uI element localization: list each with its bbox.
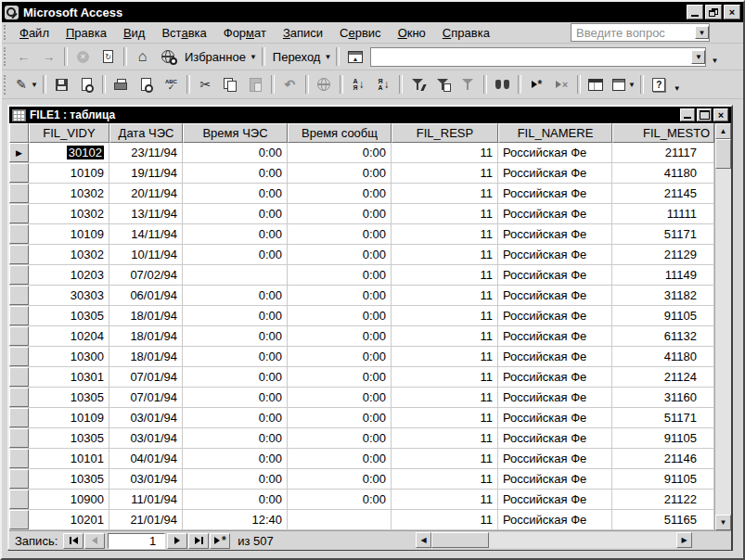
- table-cell[interactable]: 11: [392, 306, 498, 325]
- column-header-Время сообщ[interactable]: Время сообщ: [288, 123, 392, 143]
- table-cell[interactable]: 61132: [612, 326, 714, 346]
- table-cell[interactable]: 91105: [612, 469, 714, 489]
- table-cell[interactable]: 0:00: [288, 143, 392, 162]
- paste-button[interactable]: [243, 73, 268, 95]
- table-cell[interactable]: 11: [392, 449, 498, 468]
- table-cell[interactable]: 18/01/94: [109, 306, 183, 325]
- table-cell[interactable]: 03/01/94: [109, 469, 183, 489]
- table-cell[interactable]: 07/01/94: [109, 367, 183, 387]
- cut-button[interactable]: ✂: [193, 73, 218, 95]
- table-cell[interactable]: 07/01/94: [109, 388, 183, 407]
- table-cell[interactable]: 04/01/94: [109, 449, 183, 468]
- table-cell[interactable]: 10305: [29, 428, 109, 448]
- table-cell[interactable]: 30303: [29, 286, 109, 305]
- table-cell[interactable]: 41180: [612, 347, 714, 366]
- table-cell[interactable]: 11: [392, 265, 498, 285]
- scroll-down-icon[interactable]: ▼: [715, 515, 731, 530]
- table-cell[interactable]: 21/01/94: [109, 510, 183, 529]
- row-selector[interactable]: [9, 163, 29, 183]
- table-cell[interactable]: Российская Фе: [498, 184, 612, 203]
- show-web-toolbar-button[interactable]: ▲: [342, 46, 367, 67]
- table-cell[interactable]: 0:00: [183, 449, 288, 468]
- new-record-button[interactable]: *: [524, 73, 549, 95]
- table-cell[interactable]: 18/01/94: [109, 326, 183, 346]
- menu-item-tools[interactable]: Сервис: [331, 24, 390, 42]
- table-cell[interactable]: 10101: [29, 449, 109, 468]
- row-selector[interactable]: [9, 245, 29, 264]
- table-cell[interactable]: 11: [392, 388, 498, 407]
- row-selector[interactable]: [9, 265, 29, 285]
- table-cell[interactable]: 10109: [29, 224, 109, 244]
- table-cell[interactable]: 10900: [29, 490, 109, 509]
- table-cell[interactable]: 11: [392, 490, 498, 509]
- print-preview-button[interactable]: [134, 73, 159, 95]
- table-cell[interactable]: 11: [392, 184, 498, 203]
- menu-item-file[interactable]: Файл: [11, 24, 58, 42]
- toolbar-grip[interactable]: [4, 25, 8, 39]
- scroll-left-icon[interactable]: ◀: [416, 532, 431, 548]
- apply-filter-button[interactable]: [456, 73, 481, 95]
- table-cell[interactable]: 10302: [29, 204, 109, 223]
- table-cell[interactable]: 0:00: [288, 265, 392, 285]
- new-object-dropdown[interactable]: ▼: [609, 73, 637, 95]
- row-selector[interactable]: [9, 367, 29, 387]
- table-cell[interactable]: 0:00: [288, 367, 392, 387]
- table-cell[interactable]: 30102: [29, 143, 109, 162]
- spelling-button[interactable]: АВС✓: [159, 73, 184, 95]
- table-cell[interactable]: 0:00: [183, 143, 288, 162]
- table-cell[interactable]: 11: [392, 326, 498, 346]
- table-cell[interactable]: 11: [392, 367, 498, 387]
- table-cell[interactable]: Российская Фе: [498, 408, 612, 427]
- table-cell[interactable]: 11: [392, 347, 498, 366]
- menu-item-window[interactable]: Окно: [390, 24, 434, 42]
- table-cell[interactable]: 03/01/94: [109, 428, 183, 448]
- question-dropdown-icon[interactable]: ▼: [695, 26, 709, 39]
- table-cell[interactable]: 0:00: [183, 408, 288, 427]
- previous-record-button[interactable]: [84, 533, 105, 549]
- table-cell[interactable]: 0:00: [183, 224, 288, 244]
- start-page-button[interactable]: ⌂: [130, 46, 155, 67]
- table-cell[interactable]: 11: [392, 163, 498, 183]
- stop-button[interactable]: ×: [71, 46, 96, 67]
- table-cell[interactable]: Российская Фе: [498, 224, 612, 244]
- table-cell[interactable]: 21146: [612, 449, 714, 468]
- table-cell[interactable]: 10109: [29, 408, 109, 427]
- table-cell[interactable]: 11: [392, 204, 498, 223]
- table-cell[interactable]: 0:00: [288, 163, 392, 183]
- doc-maximize-button[interactable]: [697, 108, 712, 121]
- row-selector[interactable]: [9, 286, 29, 305]
- sort-ascending-button[interactable]: АЯ↓: [346, 73, 371, 95]
- table-cell[interactable]: 10/11/94: [109, 245, 183, 264]
- table-cell[interactable]: 51171: [612, 224, 714, 244]
- table-cell[interactable]: 21129: [612, 245, 714, 264]
- menu-item-records[interactable]: Записи: [275, 24, 331, 42]
- table-cell[interactable]: 18/01/94: [109, 347, 183, 366]
- table-cell[interactable]: 0:00: [183, 469, 288, 489]
- table-cell[interactable]: 0:00: [288, 286, 392, 305]
- filter-by-form-button[interactable]: [430, 73, 456, 95]
- table-cell[interactable]: 0:00: [183, 490, 288, 509]
- table-cell[interactable]: 10305: [29, 388, 109, 407]
- table-cell[interactable]: 21122: [612, 490, 714, 509]
- table-cell[interactable]: 14/11/94: [109, 224, 183, 244]
- table-cell[interactable]: 11: [392, 245, 498, 264]
- table-cell[interactable]: 0:00: [288, 408, 392, 427]
- table-cell[interactable]: 20/11/94: [109, 184, 183, 203]
- table-cell[interactable]: 11: [392, 510, 498, 529]
- table-cell[interactable]: 0:00: [183, 428, 288, 448]
- table-cell[interactable]: 21124: [612, 367, 714, 387]
- table-cell[interactable]: 51165: [612, 510, 714, 529]
- table-cell[interactable]: 11149: [612, 265, 714, 285]
- table-cell[interactable]: 0:00: [288, 428, 392, 448]
- row-selector[interactable]: [9, 510, 29, 529]
- table-cell[interactable]: 0:00: [183, 388, 288, 407]
- table-cell[interactable]: 10201: [29, 510, 109, 529]
- horizontal-scrollbar[interactable]: ◀ ▶: [416, 532, 692, 548]
- table-cell[interactable]: 07/02/94: [109, 265, 183, 285]
- current-record-input[interactable]: [108, 533, 165, 549]
- table-cell[interactable]: Российская Фе: [498, 428, 612, 448]
- column-header-FIL_MESTO[interactable]: FIL_MESTO: [612, 123, 714, 143]
- vertical-scroll-thumb[interactable]: [715, 139, 731, 169]
- table-cell[interactable]: 10302: [29, 184, 109, 203]
- go-dropdown[interactable]: Переход▼: [268, 46, 334, 67]
